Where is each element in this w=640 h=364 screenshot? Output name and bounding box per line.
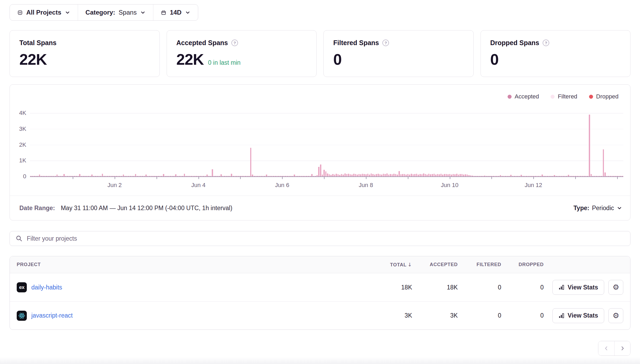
project-search-input[interactable] bbox=[27, 235, 624, 242]
column-header-filtered[interactable]: FILTERED bbox=[458, 262, 501, 267]
filtered-value: 0 bbox=[458, 312, 501, 319]
column-header-dropped[interactable]: DROPPED bbox=[501, 262, 544, 267]
chevron-left-icon bbox=[603, 345, 609, 351]
legend-label: Accepted bbox=[515, 93, 539, 100]
column-header-total[interactable]: TOTAL↓ bbox=[366, 262, 412, 268]
project-settings-button[interactable]: ⚙ bbox=[608, 280, 623, 295]
column-header-total-label: TOTAL bbox=[390, 262, 407, 267]
chart-x-axis-ticks bbox=[30, 176, 623, 179]
stats-page: All Projects Category: Spans 14D bbox=[0, 0, 640, 364]
project-settings-button[interactable]: ⚙ bbox=[608, 308, 623, 323]
card-value: 0 bbox=[490, 50, 499, 68]
search-icon bbox=[16, 235, 23, 242]
view-stats-button[interactable]: View Stats bbox=[552, 280, 604, 295]
chevron-right-icon bbox=[620, 345, 625, 351]
filter-bar: All Projects Category: Spans 14D bbox=[10, 4, 198, 21]
category-filter-label: Category: bbox=[85, 9, 115, 16]
card-title: Dropped Spans bbox=[490, 39, 539, 47]
usage-chart-card: Accepted Filtered Dropped 4K3K2K1K0 Jun … bbox=[10, 84, 630, 220]
dropped-value: 0 bbox=[501, 312, 544, 319]
column-header-project: PROJECT bbox=[17, 262, 366, 267]
card-value: 22K bbox=[176, 50, 204, 68]
help-icon[interactable]: ? bbox=[231, 40, 238, 46]
type-dropdown[interactable]: Type: Periodic bbox=[573, 205, 622, 212]
chart-plot-area[interactable] bbox=[30, 113, 623, 176]
legend-label: Dropped bbox=[596, 93, 619, 100]
legend-item-dropped[interactable]: Dropped bbox=[589, 93, 619, 100]
date-period-dropdown[interactable]: 14D bbox=[153, 5, 198, 20]
table-row: ex daily-habits 18K 18K 0 0 View Stats ⚙ bbox=[10, 273, 630, 301]
help-icon[interactable]: ? bbox=[382, 40, 389, 46]
legend-item-filtered[interactable]: Filtered bbox=[551, 93, 577, 100]
project-filter-label: All Projects bbox=[26, 9, 61, 16]
total-value: 18K bbox=[366, 284, 412, 291]
legend-dot-dropped bbox=[589, 95, 593, 99]
help-icon[interactable]: ? bbox=[543, 40, 549, 46]
view-stats-label: View Stats bbox=[568, 284, 598, 291]
chart-bars bbox=[30, 113, 623, 176]
project-link[interactable]: daily-habits bbox=[31, 284, 62, 291]
chevron-down-icon bbox=[617, 205, 622, 211]
card-value: 0 bbox=[333, 50, 341, 68]
last-min-status: 0 in last min bbox=[208, 59, 241, 66]
chart-legend: Accepted Filtered Dropped bbox=[508, 93, 619, 100]
date-period-value: 14D bbox=[170, 9, 181, 16]
calendar-icon bbox=[161, 10, 166, 15]
card-title: Accepted Spans bbox=[176, 39, 228, 47]
accepted-spans-card: Accepted Spans ? 22K 0 in last min bbox=[167, 30, 317, 77]
chart-y-axis-labels: 4K3K2K1K0 bbox=[17, 113, 26, 176]
chart-x-axis-labels: Jun 2Jun 4Jun 6Jun 8Jun 10Jun 12 bbox=[30, 182, 623, 190]
card-title: Filtered Spans bbox=[333, 39, 379, 47]
chevron-down-icon bbox=[185, 10, 191, 15]
category-filter-value: Spans bbox=[119, 9, 137, 16]
legend-dot-filtered bbox=[551, 95, 555, 99]
chart-footer: Date Range: May 31 11:00 AM — Jun 14 12:… bbox=[10, 196, 630, 220]
type-value: Periodic bbox=[592, 205, 614, 212]
type-label: Type: bbox=[573, 205, 589, 212]
accepted-value: 3K bbox=[412, 312, 458, 319]
next-page-button[interactable] bbox=[614, 341, 630, 356]
project-icon bbox=[17, 10, 23, 15]
chevron-down-icon bbox=[65, 10, 70, 15]
chevron-down-icon bbox=[140, 10, 146, 15]
bar-chart-icon bbox=[559, 284, 564, 290]
gear-icon: ⚙ bbox=[612, 284, 619, 291]
filtered-value: 0 bbox=[458, 284, 501, 291]
legend-dot-accepted bbox=[508, 95, 512, 99]
stat-cards: Total Spans 22K Accepted Spans ? 22K 0 i… bbox=[10, 30, 630, 77]
bar-chart-icon bbox=[559, 313, 564, 319]
dropped-value: 0 bbox=[501, 284, 544, 291]
projects-table: PROJECT TOTAL↓ ACCEPTED FILTERED DROPPED… bbox=[10, 256, 630, 330]
total-spans-card: Total Spans 22K bbox=[10, 30, 160, 77]
card-value: 22K bbox=[19, 50, 47, 68]
legend-item-accepted[interactable]: Accepted bbox=[508, 93, 539, 100]
table-row: javascript-react 3K 3K 0 0 View Stats ⚙ bbox=[10, 301, 630, 330]
previous-page-button[interactable] bbox=[598, 341, 614, 356]
pagination bbox=[10, 341, 630, 356]
gear-icon: ⚙ bbox=[612, 312, 619, 319]
table-header-row: PROJECT TOTAL↓ ACCEPTED FILTERED DROPPED bbox=[10, 256, 630, 273]
expo-platform-icon: ex bbox=[17, 282, 27, 292]
dropped-spans-card: Dropped Spans ? 0 bbox=[481, 30, 631, 77]
project-link[interactable]: javascript-react bbox=[31, 312, 73, 319]
category-filter-dropdown[interactable]: Category: Spans bbox=[78, 5, 153, 20]
date-range-value: May 31 11:00 AM — Jun 14 12:00 PM (-04:0… bbox=[61, 205, 232, 212]
total-value: 3K bbox=[366, 312, 412, 319]
filtered-spans-card: Filtered Spans ? 0 bbox=[323, 30, 474, 77]
column-header-accepted[interactable]: ACCEPTED bbox=[412, 262, 458, 267]
project-filter-dropdown[interactable]: All Projects bbox=[10, 5, 78, 20]
view-stats-label: View Stats bbox=[568, 312, 598, 319]
card-title: Total Spans bbox=[19, 39, 57, 47]
date-range-label: Date Range: bbox=[19, 205, 55, 212]
react-platform-icon bbox=[17, 311, 27, 321]
legend-label: Filtered bbox=[558, 93, 577, 100]
view-stats-button[interactable]: View Stats bbox=[552, 308, 604, 323]
project-search-bar bbox=[10, 231, 630, 246]
sort-desc-icon: ↓ bbox=[408, 262, 412, 267]
accepted-value: 18K bbox=[412, 284, 458, 291]
